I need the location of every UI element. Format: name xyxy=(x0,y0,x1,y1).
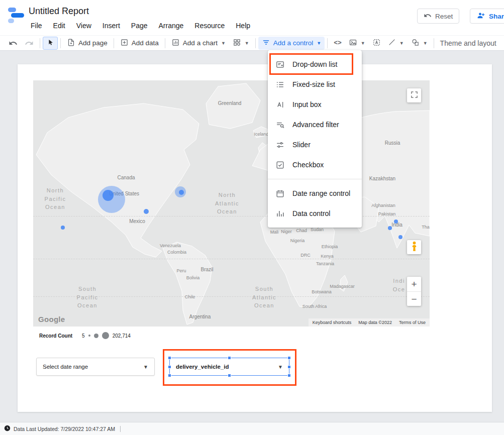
menu-edit[interactable]: Edit xyxy=(48,20,71,31)
menu-item-data-control[interactable]: Data control xyxy=(268,203,362,224)
menu-resource[interactable]: Resource xyxy=(189,20,230,31)
resize-handle[interactable] xyxy=(168,374,171,377)
legend-dot-medium xyxy=(94,334,98,338)
menu-arrange[interactable]: Arrange xyxy=(153,20,189,31)
zoom-control: + − xyxy=(407,277,421,306)
insert-line-button[interactable]: ▼ xyxy=(384,37,408,50)
menu-page[interactable]: Page xyxy=(126,20,153,31)
map-label: North Atlantic Ocean xyxy=(215,191,239,216)
status-bar: Data Last Updated: 7/29/2022 10:47:27 AM xyxy=(0,422,504,435)
add-page-icon xyxy=(67,38,75,48)
map-label: Botswana xyxy=(312,289,332,294)
map-attribution: Keyboard shortcuts Map data ©2022 Terms … xyxy=(309,318,430,327)
add-page-button[interactable]: Add page xyxy=(63,37,111,50)
menu-file[interactable]: File xyxy=(25,20,48,31)
undo-button[interactable] xyxy=(5,37,21,50)
resize-handle[interactable] xyxy=(168,365,171,369)
menu-item-label: Advanced filter xyxy=(292,121,339,129)
map-label: Canada xyxy=(117,175,135,180)
chevron-down-icon: ▼ xyxy=(143,364,148,370)
date-range-label: Select date range xyxy=(43,364,88,370)
report-page[interactable]: Greenland Iceland Canada United States M… xyxy=(18,64,492,412)
resize-handle[interactable] xyxy=(168,356,171,360)
map-label: Madagascar xyxy=(330,284,355,289)
add-chart-button[interactable]: Add a chart ▼ xyxy=(168,37,229,50)
add-chart-icon xyxy=(171,38,180,48)
embed-code-button[interactable]: <> xyxy=(330,37,345,50)
date-range-icon xyxy=(275,188,285,198)
keyboard-shortcuts-link[interactable]: Keyboard shortcuts xyxy=(313,320,352,325)
menu-insert[interactable]: Insert xyxy=(97,20,126,31)
zoom-out-button[interactable]: − xyxy=(407,291,421,306)
resize-handle[interactable] xyxy=(228,374,231,377)
map-label: Peru xyxy=(176,268,186,273)
menu-item-label: Data control xyxy=(292,209,330,218)
date-range-control[interactable]: Select date range ▼ xyxy=(36,358,155,376)
fullscreen-button[interactable] xyxy=(407,88,421,102)
reset-button[interactable]: Reset xyxy=(417,9,459,24)
menu-item-label: Checkbox xyxy=(292,161,324,169)
theme-and-layout-button[interactable]: Theme and layout xyxy=(437,37,500,50)
map-label: South Pacific Ocean xyxy=(77,285,98,310)
menu-item-date-range-control[interactable]: Date range control xyxy=(268,183,362,203)
map-bubble xyxy=(398,235,402,239)
resize-handle[interactable] xyxy=(287,374,291,377)
chevron-down-icon: ▼ xyxy=(221,41,226,46)
map-label: Venezuela xyxy=(160,243,181,248)
chevron-down-icon: ▼ xyxy=(278,364,283,370)
redo-button[interactable] xyxy=(21,37,37,50)
map-label: Colombia xyxy=(167,250,186,255)
dropdown-list-icon xyxy=(275,59,285,69)
share-label: Share xyxy=(489,13,504,20)
report-canvas: Greenland Iceland Canada United States M… xyxy=(0,51,504,422)
menu-item-advanced-filter[interactable]: Advanced filter xyxy=(268,115,362,135)
terms-of-use-link[interactable]: Terms of Use xyxy=(399,320,426,325)
select-tool-button[interactable] xyxy=(43,37,58,50)
bubble-size-legend: Record Count 5 202,714 xyxy=(39,332,131,339)
share-button[interactable]: Share xyxy=(470,9,504,24)
menu-item-dropdown-list[interactable]: Drop-down list xyxy=(268,54,362,74)
map-label: Kenya xyxy=(321,254,334,259)
menu-item-checkbox[interactable]: Checkbox xyxy=(268,155,362,175)
advanced-filter-icon xyxy=(275,120,285,130)
menu-item-label: Fixed-size list xyxy=(292,80,335,88)
map-label: Iceland xyxy=(254,132,268,137)
pegman-button[interactable] xyxy=(407,240,421,254)
menu-view[interactable]: View xyxy=(71,20,97,31)
google-maps-logo[interactable]: Google xyxy=(38,315,65,323)
menu-help[interactable]: Help xyxy=(230,20,256,31)
resize-handle[interactable] xyxy=(287,356,291,360)
insert-text-button[interactable] xyxy=(369,37,384,50)
menu-item-slider[interactable]: Slider xyxy=(268,135,362,155)
insert-image-button[interactable]: ▼ xyxy=(345,37,369,50)
chevron-down-icon: ▼ xyxy=(317,41,321,46)
shape-icon xyxy=(411,38,420,48)
pegman-icon xyxy=(411,241,418,254)
checkbox-icon xyxy=(275,160,285,170)
community-visualizations-button[interactable]: ▼ xyxy=(229,37,253,50)
add-page-label: Add page xyxy=(78,39,108,47)
zoom-in-button[interactable]: + xyxy=(407,277,421,291)
menu-item-input-box[interactable]: Input box xyxy=(268,94,362,115)
add-control-menu: Drop-down list Fixed-size list Input box… xyxy=(268,50,362,228)
add-data-icon xyxy=(120,38,129,48)
menu-item-label: Input box xyxy=(292,100,322,108)
dropdown-list-control-selected[interactable]: delivery_vehicle_id ▼ xyxy=(169,358,289,376)
map-label: Chile xyxy=(185,294,195,299)
image-icon xyxy=(349,38,357,48)
legend-max-value: 202,714 xyxy=(113,333,131,339)
resize-handle[interactable] xyxy=(287,365,291,369)
chevron-down-icon: ▼ xyxy=(245,41,249,46)
add-control-button[interactable]: Add a control ▼ xyxy=(258,37,325,50)
toolbar: Add page Add data Add a chart ▼ ▼ Add a … xyxy=(0,35,504,51)
looker-studio-logo[interactable] xyxy=(7,7,25,25)
toolbar-separator xyxy=(327,38,328,48)
add-data-button[interactable]: Add data xyxy=(117,37,162,50)
geo-bubble-map[interactable]: Greenland Iceland Canada United States M… xyxy=(33,80,430,327)
menu-item-fixed-size-list[interactable]: Fixed-size list xyxy=(268,74,362,94)
map-label: Argentina xyxy=(189,314,211,319)
insert-shape-button[interactable]: ▼ xyxy=(408,37,431,50)
resize-handle[interactable] xyxy=(228,356,231,360)
report-title[interactable]: Untitled Report xyxy=(29,6,89,17)
menu-item-label: Drop-down list xyxy=(292,60,337,68)
